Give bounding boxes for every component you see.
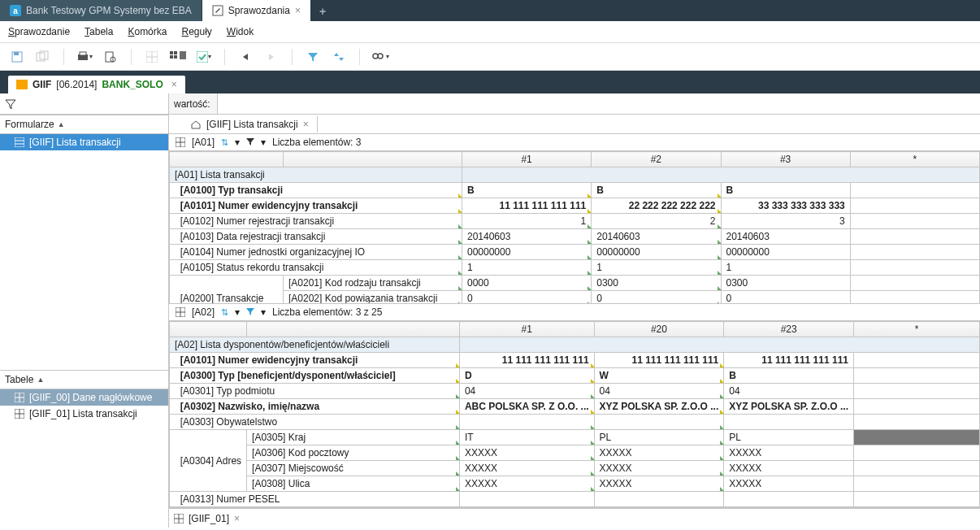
svg-point-18 (373, 54, 378, 59)
main-area: Formularze ▲ [GIIF] Lista transakcji Tab… (0, 93, 980, 528)
tables-tree: [GIIF_00] Dane nagłówkowe [GIIF_01] List… (0, 389, 168, 422)
preview-icon[interactable] (102, 48, 119, 66)
report-badge-icon (16, 80, 28, 89)
doc-tab-close-icon[interactable]: × (303, 119, 309, 130)
svg-rect-16 (180, 51, 186, 59)
table-item-00[interactable]: [GIIF_00] Dane nagłówkowe (0, 389, 168, 406)
home-icon (190, 119, 202, 129)
subtab-scope: BANK_SOLO (102, 79, 163, 90)
table-item-01[interactable]: [GIIF_01] Lista transakcji (0, 406, 168, 422)
doc-tabs: [GIIF] Lista transakcji × (169, 115, 980, 134)
footer-tabs: [GIIF_01] × (169, 508, 980, 528)
value-label: wartość: (169, 93, 218, 114)
menu-bar: Sprawozdanie Tabela Komórka Reguły Widok (0, 21, 980, 43)
forms-tree: [GIIF] Lista transakcji (0, 134, 168, 370)
svg-rect-13 (174, 51, 177, 54)
table-icon[interactable] (143, 48, 161, 66)
funnel-icon[interactable] (5, 98, 16, 110)
menu-widok[interactable]: Widok (227, 26, 254, 37)
form-icon (15, 137, 24, 147)
a01-grid[interactable]: #1#2#3*[A01] Lista transakcji [A0100] Ty… (169, 151, 980, 304)
a01-count: Liczba elementów: 3 (272, 137, 361, 148)
table-icon (15, 409, 24, 419)
svg-rect-6 (80, 52, 86, 55)
svg-point-19 (378, 54, 383, 59)
sort-icon[interactable] (330, 48, 348, 66)
a02-grid[interactable]: #1#20#23*[A02] Lista dysponentów/benefic… (169, 321, 980, 508)
validate-icon[interactable]: ▾ (195, 48, 213, 66)
save-icon[interactable] (8, 48, 26, 66)
a02-code: [A02] (192, 306, 215, 318)
tab-reports-label: Sprawozdania (228, 5, 290, 16)
subtab-close-icon[interactable]: × (171, 79, 177, 90)
print-icon[interactable]: ▾ (76, 48, 93, 66)
window-tabs: a Bank Testowy GPM Systemy bez EBA Spraw… (0, 0, 980, 21)
menu-komorka[interactable]: Komórka (128, 26, 167, 37)
find-icon[interactable]: ▾ (371, 48, 389, 66)
a01-code: [A01] (192, 137, 215, 148)
grid-icon (176, 307, 185, 317)
value-input[interactable] (218, 93, 980, 114)
collapse-icon: ▲ (58, 120, 65, 128)
app-icon: a (10, 5, 21, 16)
a02-summary: [A02] ⇅▾ ▾ Liczba elementów: 3 z 25 (169, 304, 980, 321)
grid-icon (176, 137, 185, 147)
svg-rect-2 (14, 52, 19, 55)
tab-reports[interactable]: Sprawozdania × (202, 0, 311, 21)
svg-rect-21 (15, 137, 24, 147)
table-item-01-label: [GIIF_01] Lista transakcji (29, 408, 137, 419)
svg-rect-17 (197, 51, 208, 63)
form-item-lista[interactable]: [GIIF] Lista transakcji (0, 134, 168, 150)
a01-summary: [A01] ⇅▾ ▾ Liczba elementów: 3 (169, 134, 980, 151)
grid-calc-icon[interactable] (169, 48, 187, 66)
footer-tab-label[interactable]: [GIIF_01] (189, 513, 229, 524)
tab-bank[interactable]: a Bank Testowy GPM Systemy bez EBA (0, 0, 202, 21)
doc-tab-lista[interactable]: [GIIF] Lista transakcji × (182, 116, 318, 132)
tab-add-button[interactable]: + (311, 2, 334, 21)
a02-count: Liczba elementów: 3 z 25 (272, 306, 382, 318)
save-all-icon[interactable] (34, 48, 52, 66)
sidebar-filter (0, 93, 168, 115)
toolbar: ▾ ▾ ▾ (0, 43, 980, 71)
footer-tab-close-icon[interactable]: × (234, 513, 240, 524)
subtab-giif[interactable]: GIIF [06.2014] BANK_SOLO × (8, 76, 185, 93)
left-panel: Formularze ▲ [GIIF] Lista transakcji Tab… (0, 93, 169, 528)
undo-icon[interactable] (236, 48, 254, 66)
sort-icon[interactable]: ⇅ (221, 307, 228, 318)
tables-header[interactable]: Tabele ▲ (0, 370, 168, 389)
filter-small-icon[interactable] (246, 137, 254, 147)
table-item-00-label: [GIIF_00] Dane nagłówkowe (29, 392, 152, 403)
sort-icon[interactable]: ⇅ (221, 137, 228, 148)
forms-header[interactable]: Formularze ▲ (0, 115, 168, 134)
svg-rect-15 (174, 55, 177, 59)
filter-small-icon[interactable] (246, 307, 254, 317)
table-icon (15, 393, 24, 402)
subtab-bar: GIIF [06.2014] BANK_SOLO × (0, 71, 980, 93)
tab-close-icon[interactable]: × (295, 5, 301, 16)
svg-rect-12 (170, 51, 173, 54)
forms-header-label: Formularze (5, 119, 54, 130)
right-panel: wartość: [GIIF] Lista transakcji × [A01]… (169, 93, 980, 528)
doc-tab-label: [GIIF] Lista transakcji (206, 119, 298, 130)
form-item-label: [GIIF] Lista transakcji (29, 137, 121, 148)
menu-tabela[interactable]: Tabela (85, 26, 113, 37)
redo-icon[interactable] (262, 48, 280, 66)
grid-icon (174, 514, 184, 523)
menu-reguly[interactable]: Reguły (181, 26, 211, 37)
filter-icon[interactable] (304, 48, 322, 66)
subtab-period: [06.2014] (56, 79, 97, 90)
subtab-code: GIIF (33, 79, 51, 90)
menu-sprawozdanie[interactable]: Sprawozdanie (8, 26, 70, 37)
collapse-icon: ▲ (37, 376, 44, 384)
tables-header-label: Tabele (5, 374, 33, 385)
edit-icon (212, 5, 223, 16)
svg-rect-14 (170, 55, 173, 59)
tab-bank-label: Bank Testowy GPM Systemy bez EBA (26, 5, 192, 16)
value-row: wartość: (169, 93, 980, 115)
